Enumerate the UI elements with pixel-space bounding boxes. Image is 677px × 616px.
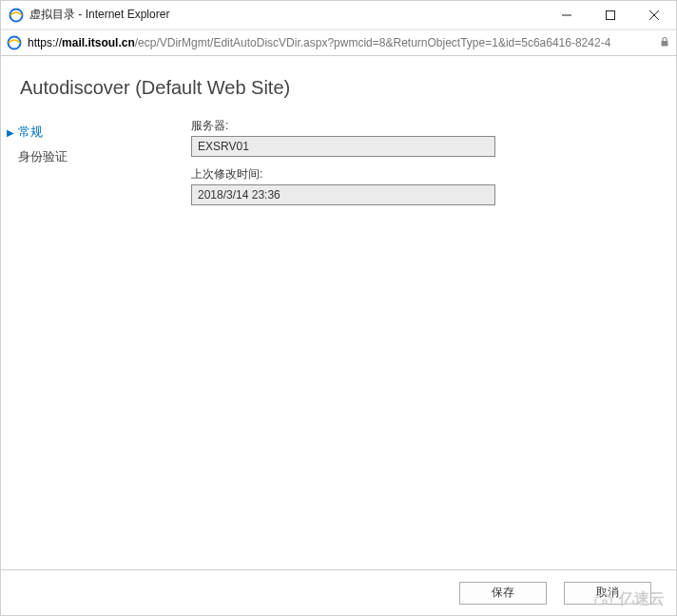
sidebar: ▶ 常规 ▶ 身份验证 [1, 108, 172, 215]
watermark: 亿速云 [594, 589, 665, 609]
svg-rect-2 [607, 10, 615, 19]
field-modified: 上次修改时间: 2018/3/14 23:36 [191, 166, 676, 205]
svg-point-5 [9, 37, 21, 49]
buttonbar: 保存 取消 [1, 569, 676, 615]
watermark-text: 亿速云 [619, 589, 665, 609]
content-area: Autodiscover (Default Web Site) ▶ 常规 ▶ 身… [1, 56, 676, 569]
field-server: 服务器: EXSRV01 [191, 118, 676, 157]
titlebar: 虚拟目录 - Internet Explorer [1, 1, 676, 29]
svg-point-0 [10, 9, 23, 21]
url-text: https://mail.itsoul.cn/ecp/VDirMgmt/Edit… [28, 36, 610, 49]
maximize-button[interactable] [589, 1, 632, 29]
url-path: /ecp/VDirMgmt/EditAutoDiscVDir.aspx?pwmc… [135, 36, 611, 49]
url-domain: mail.itsoul.cn [62, 36, 135, 49]
window-controls [545, 1, 676, 29]
close-button[interactable] [632, 1, 676, 29]
main-panel: 服务器: EXSRV01 上次修改时间: 2018/3/14 23:36 [172, 108, 676, 215]
svg-point-7 [603, 600, 607, 604]
save-button[interactable]: 保存 [459, 582, 547, 605]
minimize-button[interactable] [545, 1, 589, 29]
chevron-right-icon: ▶ [7, 127, 16, 138]
sidebar-item-label: 身份验证 [18, 148, 68, 165]
window-title: 虚拟目录 - Internet Explorer [29, 7, 169, 23]
page-title: Autodiscover (Default Web Site) [1, 56, 676, 108]
field-label: 上次修改时间: [191, 166, 676, 183]
lock-icon [659, 36, 670, 50]
field-label: 服务器: [191, 118, 676, 134]
svg-rect-6 [662, 41, 668, 47]
url-protocol: https:// [28, 36, 62, 49]
sidebar-item-general[interactable]: ▶ 常规 [1, 120, 172, 144]
sidebar-item-label: 常规 [18, 124, 43, 141]
field-value-modified: 2018/3/14 23:36 [191, 184, 495, 205]
ie-icon [9, 8, 24, 23]
ie-icon [7, 35, 22, 50]
two-column-layout: ▶ 常规 ▶ 身份验证 服务器: EXSRV01 上次修改时间: 2018/3/… [1, 108, 676, 215]
field-value-server: EXSRV01 [191, 136, 495, 157]
sidebar-item-auth[interactable]: ▶ 身份验证 [1, 144, 172, 169]
window-frame: 虚拟目录 - Internet Explorer https://mail.it… [0, 0, 677, 616]
addressbar[interactable]: https://mail.itsoul.cn/ecp/VDirMgmt/Edit… [1, 29, 676, 56]
